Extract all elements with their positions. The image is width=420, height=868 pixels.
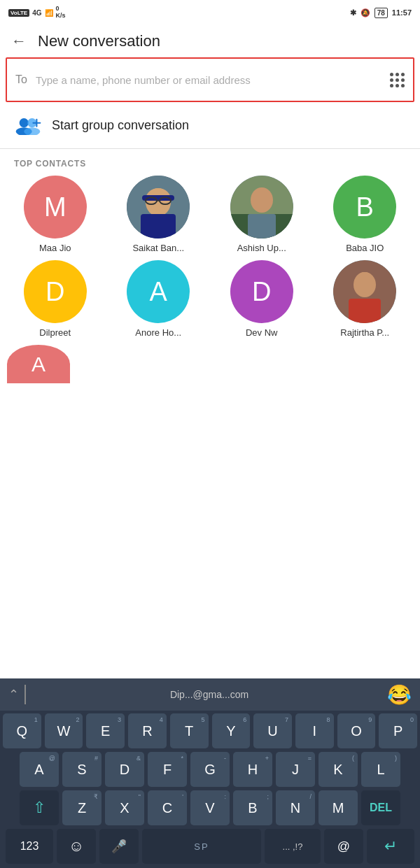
contact-name: Dilpreet [39, 327, 71, 338]
emoji-key[interactable]: ☺ [57, 829, 96, 864]
keyboard-rows: 1Q 2W 3E 4R 5T 6Y 7U 8I 9O 0P @A #S &D *… [0, 711, 420, 868]
key-e[interactable]: 3E [86, 713, 125, 748]
keyboard-row-3: ⇧ ₹Z "X 'C :V ;B /N M DEL [3, 790, 417, 825]
space-key[interactable]: SP [142, 829, 261, 864]
contact-name: Baba JIO [346, 243, 384, 253]
key-t[interactable]: 5T [170, 713, 209, 748]
list-item[interactable]: Rajtirtha P... [317, 260, 414, 338]
svg-point-0 [20, 118, 29, 127]
number-switch-key[interactable]: 123 [6, 829, 53, 864]
avatar [230, 176, 293, 239]
key-m[interactable]: M [318, 790, 358, 825]
expand-suggestions-icon[interactable]: ⌃ [8, 687, 19, 702]
avatar [333, 260, 396, 323]
partial-row: A [0, 345, 420, 386]
keyboard-row-1: 1Q 2W 3E 4R 5T 6Y 7U 8I 9O 0P [3, 713, 417, 748]
to-label: To [15, 73, 27, 86]
list-item[interactable]: M Maa Jio [7, 176, 104, 253]
keyboard: ⌃ Dip...@gma...com 😂 1Q 2W 3E 4R 5T 6Y 7… [0, 678, 420, 868]
delete-key[interactable]: DEL [361, 790, 400, 825]
back-button[interactable]: ← [11, 32, 27, 50]
key-v[interactable]: :V [190, 790, 230, 825]
status-left: VoLTE 4G 📶 0K/s [8, 6, 66, 20]
key-f[interactable]: *F [148, 752, 187, 787]
list-item[interactable]: B Baba JIO [317, 176, 414, 253]
punctuation-key[interactable]: ... ,!? [265, 829, 321, 864]
group-icon [14, 113, 42, 137]
avatar: B [333, 176, 396, 239]
key-j[interactable]: =J [276, 752, 315, 787]
suggestion-emoji[interactable]: 😂 [387, 683, 412, 706]
svg-point-17 [251, 187, 273, 213]
key-u[interactable]: 7U [253, 713, 292, 748]
list-item[interactable]: Saikat Ban... [111, 176, 207, 253]
contact-name: Rajtirtha P... [340, 327, 389, 338]
key-r[interactable]: 4R [128, 713, 167, 748]
at-key[interactable]: @ [324, 829, 363, 864]
status-bar: VoLTE 4G 📶 0K/s ✱ 🔕 78 11:57 [0, 0, 420, 25]
key-n[interactable]: /N [276, 790, 315, 825]
microphone-key[interactable]: 🎤 [99, 829, 139, 864]
contact-name: Maa Jio [39, 243, 71, 253]
key-a[interactable]: @A [20, 752, 59, 787]
suggestion-text[interactable]: Dip...@gma...com [31, 689, 387, 700]
key-h[interactable]: +H [233, 752, 272, 787]
battery-indicator: 78 [374, 8, 388, 18]
contact-name: Dev Nw [246, 327, 278, 338]
signal-icon: 4G [32, 9, 41, 17]
time-display: 11:57 [392, 8, 412, 17]
shift-key[interactable]: ⇧ [20, 790, 59, 825]
wifi-icon: 📶 [45, 9, 53, 17]
start-group-button[interactable]: Start group conversation [0, 102, 420, 148]
key-d[interactable]: &D [105, 752, 144, 787]
key-b[interactable]: ;B [233, 790, 272, 825]
avatar: D [24, 260, 87, 323]
avatar: A [127, 260, 190, 323]
volte-badge: VoLTE [8, 9, 29, 17]
list-item[interactable]: A Anore Ho... [111, 260, 207, 338]
key-l[interactable]: )L [361, 752, 400, 787]
key-y[interactable]: 6Y [212, 713, 251, 748]
avatar: M [24, 176, 87, 239]
data-speed: 0K/s [56, 6, 66, 20]
top-contacts-section-title: TOP CONTACTS [0, 149, 420, 176]
status-right: ✱ 🔕 78 11:57 [350, 8, 412, 18]
bluetooth-icon: ✱ [350, 8, 356, 17]
contact-name: Saikat Ban... [132, 243, 184, 253]
svg-rect-8 [141, 214, 176, 239]
to-field-container[interactable]: To Type a name, phone number or email ad… [6, 57, 414, 102]
key-x[interactable]: "X [105, 790, 144, 825]
key-g[interactable]: -G [190, 752, 230, 787]
keyboard-row-2: @A #S &D *F -G +H =J (K )L [3, 752, 417, 787]
contacts-grid: M Maa Jio Saikat Ban... [0, 176, 420, 345]
svg-point-22 [355, 272, 374, 293]
key-z[interactable]: ₹Z [62, 790, 102, 825]
silent-icon: 🔕 [360, 8, 370, 17]
more-options-icon[interactable] [390, 73, 405, 87]
key-q[interactable]: 1Q [3, 713, 41, 748]
divider-bar [24, 685, 26, 704]
avatar [127, 176, 190, 239]
list-item[interactable]: Ashish Up... [214, 176, 310, 253]
contact-name: Ashish Up... [237, 243, 286, 253]
list-item[interactable]: D Dev Nw [214, 260, 310, 338]
svg-rect-21 [349, 299, 381, 323]
key-w[interactable]: 2W [45, 713, 83, 748]
key-c[interactable]: 'C [148, 790, 187, 825]
key-s[interactable]: #S [62, 752, 102, 787]
avatar: D [230, 260, 293, 323]
header: ← New conversation [0, 25, 420, 57]
recipient-input[interactable]: Type a name, phone number or email addre… [36, 73, 382, 87]
key-p[interactable]: 0P [379, 713, 417, 748]
list-item[interactable]: D Dilpreet [7, 260, 104, 338]
contact-name: Anore Ho... [135, 327, 181, 338]
svg-rect-18 [248, 214, 276, 239]
key-o[interactable]: 9O [337, 713, 376, 748]
key-i[interactable]: 8I [295, 713, 334, 748]
enter-key[interactable]: ↵ [367, 829, 414, 864]
keyboard-bottom-row: 123 ☺ 🎤 SP ... ,!? @ ↵ [3, 829, 417, 864]
keyboard-suggestion-bar: ⌃ Dip...@gma...com 😂 [0, 678, 420, 711]
start-group-label: Start group conversation [52, 118, 189, 133]
list-item[interactable]: A [7, 345, 70, 383]
key-k[interactable]: (K [318, 752, 358, 787]
